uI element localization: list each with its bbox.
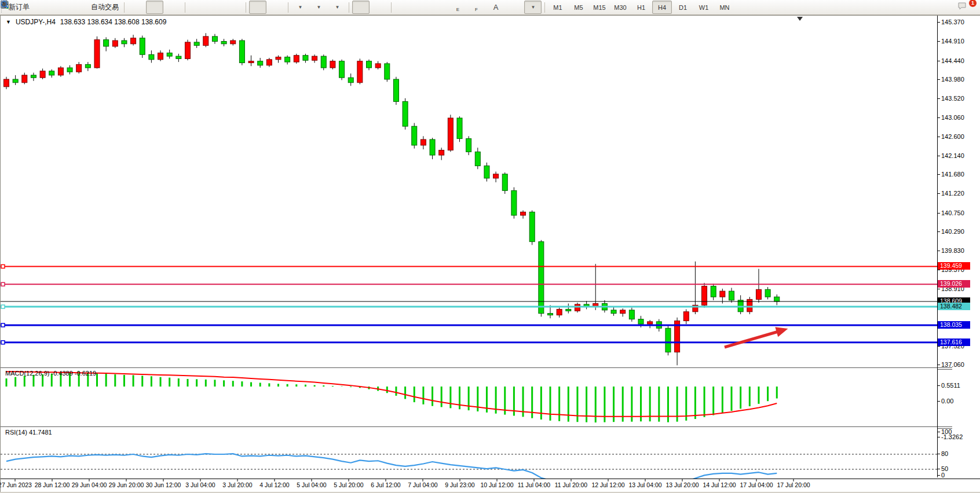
candle-body [475,152,480,165]
arrows-tool-button[interactable]: ▼ [524,1,542,14]
horizontal-line-tool-button[interactable] [413,1,430,14]
auto-scroll-button[interactable] [249,1,266,14]
indicators-button[interactable]: ▼ [291,1,309,14]
candle-body [194,42,199,46]
candle-body [466,139,471,152]
toolbar-separator [288,2,288,13]
time-axis[interactable]: 27 Jun 202328 Jun 12:0029 Jun 04:0029 Ju… [1,479,980,492]
candle-body [266,60,272,65]
search-button[interactable] [938,1,956,14]
zoom-in-button[interactable] [188,1,206,14]
one-click-trading-arrow-icon[interactable]: ▼ [6,19,11,25]
candle-body [4,79,9,87]
timeframe-button-m15[interactable]: M15 [590,1,609,14]
macd-signal-line [6,371,777,417]
dropdown-caret-icon: ▼ [298,5,303,10]
rsi-pane-canvas[interactable] [1,428,937,479]
arrow-annotation[interactable] [725,331,780,347]
candle-body [203,36,209,46]
candle-body [94,40,100,68]
fibonacci-tool-button[interactable]: F [469,1,486,14]
macd-pane-canvas[interactable] [1,369,937,426]
time-axis-label: 29 Jun 20:00 [109,481,144,488]
templates-button[interactable]: ▼ [328,1,346,14]
price-tick-label: 140.750 [941,209,964,216]
bar-chart-button[interactable] [127,1,145,14]
tile-windows-button[interactable] [225,1,243,14]
time-axis-label: 3 Jul 20:00 [222,481,252,488]
new-chart-button[interactable] [33,1,50,14]
timeframe-button-d1[interactable]: D1 [673,1,693,14]
timeframe-button-mn[interactable]: MN [715,1,734,14]
cursor-tool-button[interactable] [352,1,370,14]
price-chart-canvas[interactable] [1,16,937,367]
vertical-line-tool-button[interactable] [394,1,412,14]
toolbar-separator [391,2,392,13]
chart-title: ▼ USDJPY-,H4 138.633 138.634 138.608 138… [6,18,166,26]
rsi-line [6,454,777,479]
candle-body [85,64,90,68]
main-toolbar: 新订单 自动交易 [0,0,980,15]
line-anchor-handle[interactable] [1,341,5,344]
price-tick-label: 141.680 [941,171,964,178]
chart-shift-button[interactable] [268,1,285,14]
auto-trading-button[interactable]: 自动交易 [89,1,121,14]
fibo-tool-label: F [475,7,478,12]
rsi-tick-label: 0 [941,472,945,479]
time-axis-label: 4 Jul 12:00 [259,481,289,488]
price-tag-137.616: 137.616 [938,339,970,346]
candlestick-chart-button[interactable] [146,1,163,14]
candle-body [493,174,499,178]
price-axis[interactable]: 145.370144.910144.440143.980143.520143.0… [937,16,980,477]
trendline-tool-button[interactable] [432,1,449,14]
time-axis-label: 9 Jul 23:00 [445,481,474,488]
line-anchor-handle[interactable] [1,305,5,308]
time-axis-label: 30 Jun 12:00 [146,481,181,488]
community-button[interactable] [52,1,69,14]
crosshair-tool-button[interactable] [371,1,388,14]
candle-body [385,64,390,79]
periods-button[interactable]: ▼ [310,1,327,14]
text-label-tool-button[interactable]: T [506,1,523,14]
timeframe-button-m30[interactable]: M30 [610,1,630,14]
timeframe-button-m5[interactable]: M5 [569,1,588,14]
timeframe-button-h1[interactable]: H1 [631,1,651,14]
new-order-button[interactable]: 新订单 [6,1,32,14]
price-tag-139.459: 139.459 [938,262,970,270]
timeframe-button-w1[interactable]: W1 [694,1,714,14]
chat-bubble-icon [957,1,967,10]
price-tick-label: 142.600 [941,133,964,140]
timeframe-button-m1[interactable]: M1 [548,1,568,14]
time-axis-label: 14 Jul 12:00 [703,481,736,488]
search-icon [0,0,9,9]
channel-tool-label: E [456,7,459,12]
candle-body [330,61,335,68]
candle-body [484,166,489,178]
candle-body [112,41,118,46]
price-tick-label: 143.060 [941,114,964,121]
timeframe-button-h4[interactable]: H4 [652,1,672,14]
candle-body [149,54,154,60]
line-anchor-handle[interactable] [1,264,5,268]
zoom-out-button[interactable] [207,1,224,14]
line-anchor-handle[interactable] [1,282,5,286]
candle-body [321,56,326,68]
line-chart-button[interactable] [164,1,182,14]
price-tick-label: 142.140 [941,152,964,159]
text-tool-button[interactable]: A [487,1,504,14]
toolbar-separator [185,2,185,13]
candle-body [375,64,381,68]
candle-body [131,38,136,44]
candle-body [529,212,535,241]
toolbar-separator [349,2,349,13]
signals-button[interactable] [70,1,87,14]
rsi-tick-label: 80 [941,450,948,457]
chart-shift-marker[interactable] [797,17,803,21]
notifications-button[interactable]: 1 [957,1,974,14]
candle-body [167,53,172,56]
candle-body [439,150,444,156]
line-anchor-handle[interactable] [1,323,5,327]
candle-body [683,312,689,321]
equidistant-channel-tool-button[interactable]: E [450,1,467,14]
candle-body [457,118,462,139]
